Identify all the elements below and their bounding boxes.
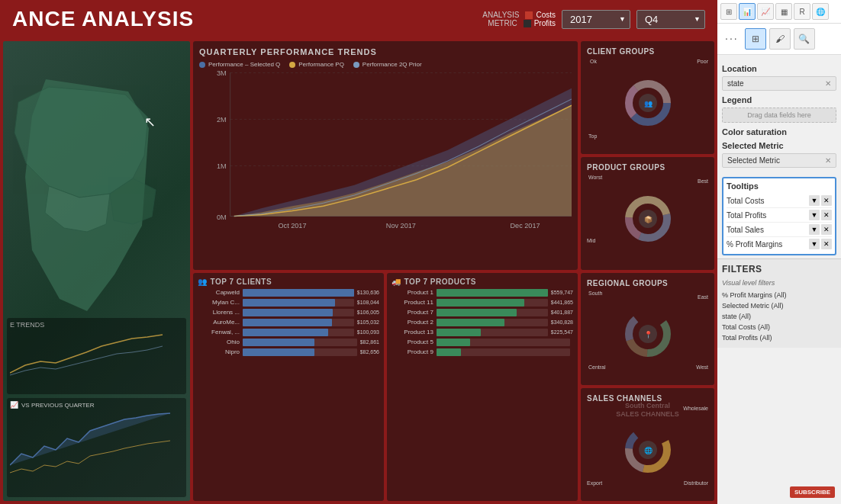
product-value-3: $340,828 [551,319,573,325]
product-bar-1 [437,299,548,307]
sidebar-icon-row: ... ⊞ 🖌 🔍 [717,24,841,55]
client-row-5: Ohio $82,861 [198,339,379,346]
central-label: Central [588,364,606,370]
tooltip-item-2[interactable]: Total Sales ▼ ✕ [727,223,832,237]
legend-dot-2q [353,62,359,68]
client-value-0: $130,636 [357,290,379,295]
tooltip-x-3[interactable]: ✕ [821,239,832,249]
filter-label-2: state (All) [722,313,751,320]
product-value-0: $559,747 [551,290,573,295]
client-bar-fill-1 [243,299,335,307]
client-groups-svg: 👥 [614,74,682,127]
analytics-btn[interactable]: 🔍 [794,28,815,50]
legend-dot-selected [199,62,205,68]
product-groups-svg: 📦 [614,190,682,243]
tool-grid[interactable]: ⊞ [720,3,737,20]
top-label: Top [588,133,597,139]
client-value-3: $105,032 [357,319,379,325]
client-bar-4 [243,329,354,336]
year-dropdown[interactable]: 2017 2016 [562,10,630,29]
legend-item-2q: Performance 2Q Prior [353,61,422,68]
products-icon: 🚚 [392,278,401,286]
format-btn[interactable]: 🖌 [769,28,791,50]
chart-title: QUARTERLY PERFORMANCE TRENDS [199,47,572,56]
client-bar-5 [243,339,357,346]
svg-text:Oct 2017: Oct 2017 [278,222,306,230]
selected-metric-label: Selected Metric [722,141,836,150]
filters-section: FILTERS Visual level filters % Profit Ma… [717,258,841,348]
right-donut-panel: CLIENT GROUPS 👥 Poor Top Ok PRODUCT [581,41,714,501]
tooltip-item-0[interactable]: Total Costs ▼ ✕ [727,194,832,208]
svg-text:2M: 2M [217,116,227,124]
filter-item-3[interactable]: Total Costs (All) [722,322,836,332]
product-name-0: Product 1 [392,289,433,296]
clients-panel: 👥 TOP 7 CLIENTS Capweld $130,636 Mylan C… [193,273,384,502]
product-bar-2 [437,309,548,316]
selected-metric-tag[interactable]: Selected Metric ✕ [722,153,836,168]
analysis-section: ANALYSIS Costs METRIC Profits [482,11,556,27]
filter-item-4[interactable]: Total Profits (All) [722,332,836,343]
quarterly-svg: 3M 2M 1M 0M Oct 2017 Nov 2017 Dec 2017 [199,71,572,246]
legend-dot-pq [289,62,295,68]
legend-label: Legend [722,95,836,104]
fields-btn[interactable]: ⊞ [745,28,766,50]
state-remove-btn[interactable]: ✕ [825,79,831,88]
tooltip-down-2[interactable]: ▼ [809,224,820,235]
client-bar-fill-0 [243,289,354,297]
svg-marker-0 [14,87,148,197]
client-bar-0 [243,289,354,297]
tooltip-actions-3: ▼ ✕ [809,239,832,249]
selected-metric-value: Selected Metric [727,156,780,165]
tooltip-x-1[interactable]: ✕ [821,210,832,220]
client-bar-6 [243,348,357,356]
svg-text:Dec 2017: Dec 2017 [510,222,540,230]
product-name-1: Product 11 [392,299,433,306]
client-row-4: Fenwal, ... $100,093 [198,329,379,336]
quarter-dropdown-wrap[interactable]: Q4 Q3 Q2 Q1 [636,10,705,29]
tooltip-actions-1: ▼ ✕ [809,210,832,220]
metric-remove-btn[interactable]: ✕ [825,156,831,165]
tooltip-down-3[interactable]: ▼ [809,239,820,249]
quarter-dropdown[interactable]: Q4 Q3 Q2 Q1 [636,10,705,29]
tooltip-item-1[interactable]: Total Profits ▼ ✕ [727,208,832,223]
product-groups-panel: PRODUCT GROUPS 📦 Worst Mid Best [581,157,714,270]
tooltip-item-3[interactable]: % Profit Margins ▼ ✕ [727,237,832,251]
filter-item-1[interactable]: Selected Metric (All) [722,300,836,311]
filter-label-0: % Profit Margins (All) [722,291,787,299]
client-row-3: AuroMe... $105,032 [198,319,379,326]
map-cursor: ↖ [144,114,160,129]
costs-legend-box [525,11,533,19]
client-value-4: $100,093 [357,329,379,335]
client-value-5: $82,861 [360,339,379,345]
client-row-2: Llorens ... $106,005 [198,309,379,316]
subscribe-badge[interactable]: SUBSCRIBE [790,486,835,498]
tool-r[interactable]: R [794,3,810,20]
vs-icon: 📈 [10,401,18,409]
ok-label: Ok [590,59,597,64]
tooltip-down-1[interactable]: ▼ [809,210,820,220]
wholesale-label: Wholesale [683,406,708,411]
tooltip-down-0[interactable]: ▼ [809,195,820,206]
product-row-3: Product 2 $340,828 [392,319,573,326]
filter-label-3: Total Costs (All) [722,323,770,331]
client-name-5: Ohio [198,339,240,345]
filters-title: FILTERS [722,264,836,274]
tool-visual[interactable]: 📊 [739,3,756,20]
tool-bar[interactable]: ▦ [775,3,792,20]
tool-chart2[interactable]: 📈 [757,3,774,20]
client-bar-fill-3 [243,319,332,326]
client-value-1: $108,044 [357,300,379,305]
year-dropdown-wrap[interactable]: 2017 2016 2017 [562,10,630,29]
tool-globe[interactable]: 🌐 [812,3,829,20]
tooltip-x-0[interactable]: ✕ [821,195,832,206]
clients-icon: 👥 [198,278,208,286]
tooltip-x-2[interactable]: ✕ [821,224,832,235]
clients-list: Capweld $130,636 Mylan C... $108,044 [198,289,379,356]
header-controls: 2017 2016 2017 Q4 Q3 Q2 Q1 [562,10,705,29]
legend-item-selected: Performance – Selected Q [199,61,280,68]
state-tag[interactable]: state ✕ [722,76,836,91]
filter-item-2[interactable]: state (All) [722,311,836,322]
filter-item-0[interactable]: % Profit Margins (All) [722,290,836,300]
sidebar: ⊞ 📊 📈 ▦ R 🌐 ... ⊞ 🖌 🔍 Location state ✕ L… [717,0,841,504]
product-row-1: Product 11 $441,865 [392,299,573,307]
